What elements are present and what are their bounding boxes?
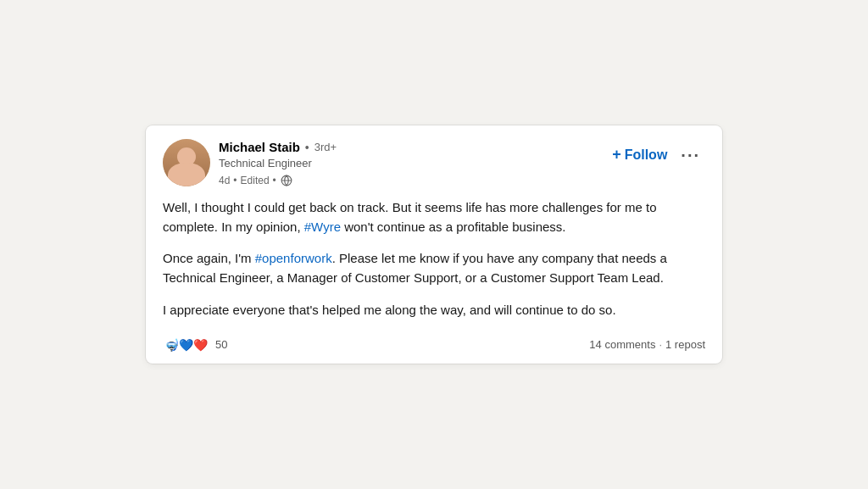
connection-badge: 3rd+	[314, 141, 337, 153]
avatar[interactable]	[163, 139, 210, 186]
follow-button[interactable]: + Follow	[607, 142, 672, 167]
paragraph-3: I appreciate everyone that's helped me a…	[163, 300, 705, 320]
stats-dot: ·	[659, 338, 662, 351]
post-header: Michael Staib • 3rd+ Technical Engineer …	[163, 139, 705, 186]
follow-label: Follow	[625, 147, 668, 163]
user-info-section: Michael Staib • 3rd+ Technical Engineer …	[163, 139, 337, 186]
hashtag-openforwork[interactable]: #openforwork	[255, 251, 332, 265]
reactions-section[interactable]: 🤿 💙 ❤️ 50	[163, 336, 227, 353]
hashtag-wyre[interactable]: #Wyre	[304, 219, 341, 234]
paragraph-1-text-after: won't continue as a profitable business.	[341, 219, 566, 234]
post-content: Well, I thought I could get back on trac…	[163, 197, 705, 320]
more-options-button[interactable]: ···	[676, 143, 705, 167]
paragraph-2-text-before: Once again, I'm	[163, 251, 255, 265]
post-footer: 🤿 💙 ❤️ 50 14 comments · 1 repost	[163, 331, 705, 353]
reposts-count[interactable]: 1 repost	[665, 338, 705, 351]
follow-plus-icon: +	[612, 146, 621, 164]
meta-dot2: •	[273, 175, 276, 186]
post-card: Michael Staib • 3rd+ Technical Engineer …	[146, 125, 722, 364]
name-line: Michael Staib • 3rd+	[219, 139, 337, 156]
paragraph-2: Once again, I'm #openforwork. Please let…	[163, 248, 705, 288]
reaction-count: 50	[215, 338, 227, 351]
job-title: Technical Engineer	[219, 157, 337, 171]
meta-dot1: •	[233, 175, 236, 186]
paragraph-1: Well, I thought I could get back on trac…	[163, 197, 705, 237]
footer-stats: 14 comments · 1 repost	[589, 338, 705, 351]
posted-time: 4d	[219, 175, 230, 186]
dot-separator: •	[305, 141, 309, 154]
edited-label: Edited	[241, 175, 270, 186]
meta-line: 4d • Edited •	[219, 174, 337, 187]
comments-count[interactable]: 14 comments	[589, 338, 655, 351]
globe-icon	[280, 174, 293, 187]
action-buttons: + Follow ···	[607, 142, 705, 167]
reaction-heart-red-emoji: ❤️	[192, 336, 209, 353]
reaction-emojis: 🤿 💙 ❤️	[163, 336, 209, 353]
user-name[interactable]: Michael Staib	[219, 139, 300, 156]
user-details: Michael Staib • 3rd+ Technical Engineer …	[219, 139, 337, 186]
